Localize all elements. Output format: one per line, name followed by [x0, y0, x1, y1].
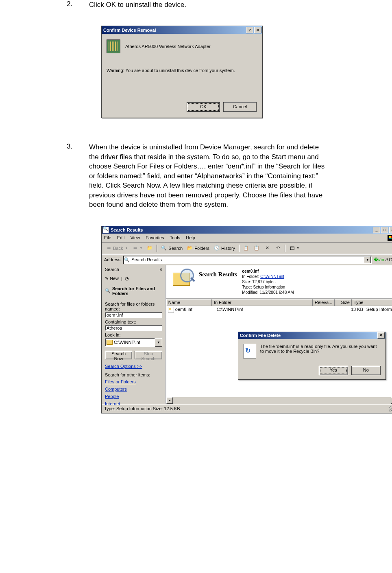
search-pane-title: Search	[105, 267, 119, 272]
search-now-button[interactable]: Search Now	[105, 351, 132, 359]
col-name[interactable]: Name	[166, 299, 212, 306]
history-button[interactable]: 🕓History	[212, 245, 236, 252]
document-recycle-icon	[243, 344, 256, 359]
dialog-message: The file 'oem8.inf' is a read-only file.…	[260, 344, 381, 359]
step-number: 2.	[14, 0, 89, 9]
named-label: Search for files or folders named:	[105, 302, 162, 311]
menu-edit[interactable]: Edit	[117, 235, 125, 240]
link-internet[interactable]: Internet	[105, 401, 162, 406]
search-results-window: Search Results _ □ ✕ File Edit View Favo…	[101, 226, 392, 413]
back-button[interactable]: ⬅Back▼	[104, 245, 129, 252]
menu-tools[interactable]: Tools	[170, 235, 181, 240]
step-text: Click OK to uninstall the device.	[89, 0, 378, 9]
customize-button[interactable]: ◔	[125, 276, 129, 281]
menu-help[interactable]: Help	[186, 235, 195, 240]
lookin-combo[interactable]: C:\WINNT\inf ▼	[105, 338, 162, 347]
minimize-button[interactable]: _	[373, 227, 380, 233]
results-heading: Search Results	[199, 271, 237, 278]
other-items-label: Search for other items:	[105, 372, 162, 377]
col-type[interactable]: Type	[352, 299, 392, 306]
search-section-heading: Search for Files and Folders	[112, 286, 162, 296]
selected-file-info: oem0.inf In Folder: C:\WINNT\inf Size: 1…	[242, 269, 294, 295]
search-pane: Search × ✎ New | ◔ 🔍 Search for Files an…	[102, 265, 166, 404]
stop-search-button[interactable]: Stop Search	[135, 351, 162, 359]
warning-text: Warning: You are about to uninstall this…	[107, 68, 257, 73]
menu-file[interactable]: File	[104, 235, 111, 240]
forward-button[interactable]: ➡▼	[131, 245, 144, 252]
step-text: When the device is uninstalled from Devi…	[89, 142, 378, 209]
confirm-device-removal-dialog: Confirm Device Removal ? ✕ Atheros AR500…	[101, 26, 263, 118]
up-button[interactable]: 📁	[145, 245, 154, 252]
status-text: Type: Setup Information Size: 12.5 KB	[104, 406, 180, 411]
close-button[interactable]: ✕	[377, 332, 385, 339]
views-button[interactable]: 🗔▼	[287, 245, 301, 252]
chevron-down-icon[interactable]: ▼	[364, 256, 371, 263]
search-button[interactable]: 🔍Search	[159, 245, 184, 252]
undo-button[interactable]: ↶	[273, 245, 282, 252]
search-folder-icon	[170, 269, 194, 286]
containing-label: Containing text:	[105, 319, 162, 324]
cancel-button[interactable]: Cancel	[223, 102, 257, 112]
confirm-file-delete-dialog: Confirm File Delete ✕ The file 'oem8.inf…	[238, 332, 386, 380]
scroll-left-button[interactable]: ◂	[166, 397, 173, 404]
horizontal-scrollbar[interactable]: ◂ ▸	[166, 397, 392, 404]
ok-button[interactable]: OK	[187, 102, 220, 112]
link-computers[interactable]: Computers	[105, 387, 162, 391]
maximize-button[interactable]: □	[381, 227, 388, 233]
toolbar: ⬅Back▼ ➡▼ 📁 🔍Search 📂Folders 🕓History 📋 …	[102, 242, 392, 254]
folder-icon	[107, 340, 113, 345]
menu-view[interactable]: View	[131, 235, 140, 240]
delete-button[interactable]: ✕	[263, 245, 272, 252]
results-pane: Search Results oem0.inf In Folder: C:\WI…	[166, 265, 392, 404]
search-icon	[102, 227, 109, 233]
help-button[interactable]: ?	[246, 27, 253, 33]
window-title: Search Results	[111, 227, 372, 232]
chevron-down-icon[interactable]: ▼	[155, 338, 162, 347]
named-input[interactable]	[105, 312, 162, 318]
folders-button[interactable]: 📂Folders	[185, 245, 211, 252]
go-button[interactable]: �ião∂Go	[374, 257, 392, 262]
magnifier-icon: 🔍	[105, 288, 111, 294]
menu-bar: File Edit View Favorites Tools Help	[102, 234, 392, 242]
col-relevance[interactable]: Releva...	[313, 299, 335, 306]
step-number: 3.	[14, 142, 89, 209]
inf-file-icon	[168, 307, 174, 313]
search-options-link[interactable]: Search Options >>	[105, 364, 162, 369]
containing-input[interactable]	[105, 325, 162, 331]
column-headers: Name In Folder Releva... Size Type	[166, 299, 392, 306]
file-row[interactable]: oem8.inf C:\WINNT\inf 13 KB Setup Inform…	[166, 306, 392, 314]
link-people[interactable]: People	[105, 394, 162, 399]
network-adapter-icon	[107, 39, 120, 53]
close-button[interactable]: ✕	[254, 27, 261, 33]
copy-to-button[interactable]: 📋	[252, 245, 261, 252]
close-pane-button[interactable]: ×	[159, 267, 162, 272]
new-search-button[interactable]: ✎ New	[105, 276, 119, 281]
dialog-title: Confirm File Delete	[240, 333, 377, 338]
device-name: Atheros AR5000 Wireless Network Adapter	[125, 44, 211, 49]
move-to-button[interactable]: 📋	[242, 245, 250, 252]
col-folder[interactable]: In Folder	[212, 299, 313, 306]
address-bar: Address 🔍 Search Results ▼ �ião∂Go	[102, 254, 392, 265]
no-button[interactable]: No	[351, 366, 381, 375]
lookin-label: Look in:	[105, 332, 162, 337]
address-input[interactable]: 🔍 Search Results ▼	[123, 256, 372, 264]
dialog-title: Confirm Device Removal	[103, 28, 245, 33]
resize-grip[interactable]	[389, 406, 392, 411]
close-button[interactable]: ✕	[389, 227, 392, 233]
yes-button[interactable]: Yes	[319, 366, 348, 375]
link-files-folders[interactable]: Files or Folders	[105, 379, 162, 384]
menu-favorites[interactable]: Favorites	[146, 235, 164, 240]
windows-flag-icon	[388, 235, 392, 241]
col-size[interactable]: Size	[335, 299, 352, 306]
address-label: Address	[104, 257, 120, 262]
file-list: oem8.inf C:\WINNT\inf 13 KB Setup Inform…	[166, 306, 392, 397]
